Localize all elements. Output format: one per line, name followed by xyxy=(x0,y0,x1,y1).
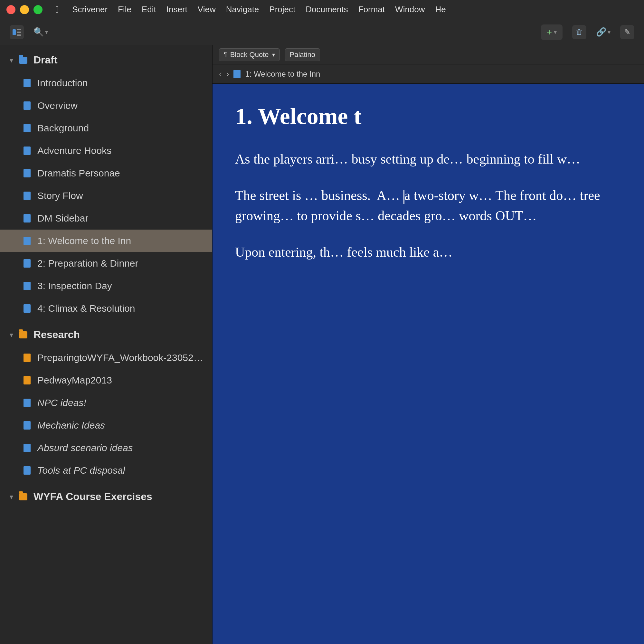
style-dropdown[interactable]: ¶ Block Quote ▾ xyxy=(219,48,280,61)
draft-folder-icon xyxy=(19,56,28,65)
climax-resolution-label: 4: Climax & Resolution xyxy=(37,303,204,314)
svg-rect-1 xyxy=(17,29,21,30)
story-flow-label: Story Flow xyxy=(37,190,204,201)
link-button[interactable]: 🔗 ▾ xyxy=(596,27,611,37)
adventure-hooks-label: Adventure Hooks xyxy=(37,145,204,156)
sidebar-item-npc-ideas[interactable]: NPC ideas! xyxy=(0,392,212,414)
dm-sidebar-doc-icon xyxy=(23,214,32,223)
close-button[interactable] xyxy=(6,5,15,14)
sidebar-item-tools-disposal[interactable]: Tools at PC disposal xyxy=(0,459,212,482)
sidebar: ▾ Draft Introduction Overview Background… xyxy=(0,45,213,644)
document-title: 1. Welcome t xyxy=(235,103,621,130)
absurd-scenario-label: Absurd scenario ideas xyxy=(37,442,204,453)
document-paragraph-3: Upon entering, th… feels much like a… xyxy=(235,242,621,262)
traffic-lights xyxy=(6,5,43,14)
welcome-inn-doc-icon xyxy=(23,236,32,245)
sidebar-item-story-flow[interactable]: Story Flow xyxy=(0,185,212,207)
absurd-scenario-doc-icon xyxy=(23,443,32,452)
dramatis-personae-doc-icon xyxy=(23,169,32,178)
wyfa-folder-icon xyxy=(19,492,28,501)
main-layout: ▾ Draft Introduction Overview Background… xyxy=(0,45,644,644)
style-chevron-icon: ▾ xyxy=(272,51,275,58)
sidebar-item-pedway-map[interactable]: PedwayMap2013 xyxy=(0,369,212,392)
inspection-day-label: 3: Inspection Day xyxy=(37,280,204,291)
sidebar-item-dm-sidebar[interactable]: DM Sidebar xyxy=(0,207,212,230)
sidebar-draft-header[interactable]: ▾ Draft xyxy=(0,48,212,72)
search-button[interactable]: 🔍 ▾ xyxy=(33,27,48,37)
pedway-map-label: PedwayMap2013 xyxy=(37,375,204,386)
toolbar: 🔍 ▾ + ▾ 🗑 🔗 ▾ ✎ xyxy=(0,19,644,45)
font-dropdown[interactable]: Palatino xyxy=(285,48,320,61)
menu-scrivener[interactable]: Scrivener xyxy=(72,5,108,14)
npc-ideas-doc-icon xyxy=(23,398,32,407)
menu-format[interactable]: Format xyxy=(358,5,385,14)
fullscreen-button[interactable] xyxy=(33,5,43,14)
sidebar-item-mechanic-ideas[interactable]: Mechanic Ideas xyxy=(0,414,212,437)
edit-icon: ✎ xyxy=(624,28,630,37)
sidebar-item-welcome-inn[interactable]: 1: Welcome to the Inn xyxy=(0,230,212,252)
nav-doc-title: 1: Welcome to the Inn xyxy=(245,70,320,79)
sidebar-item-introduction[interactable]: Introduction xyxy=(0,72,212,94)
delete-button[interactable]: 🗑 xyxy=(572,25,586,39)
background-label: Background xyxy=(37,123,204,134)
wyfa-chevron-icon: ▾ xyxy=(10,493,13,501)
add-button[interactable]: + ▾ xyxy=(541,24,563,40)
introduction-label: Introduction xyxy=(37,78,204,89)
document-paragraph-2: The street is … business. A… a two-story… xyxy=(235,185,621,226)
sidebar-research-header[interactable]: ▾ Research xyxy=(0,323,212,346)
minimize-button[interactable] xyxy=(20,5,29,14)
menu-file[interactable]: File xyxy=(118,5,131,14)
menu-insert[interactable]: Insert xyxy=(166,5,187,14)
menu-view[interactable]: View xyxy=(198,5,216,14)
draft-chevron-icon: ▾ xyxy=(10,56,13,64)
sidebar-item-background[interactable]: Background xyxy=(0,117,212,139)
search-icon: 🔍 xyxy=(33,27,44,37)
sidebar-item-absurd-scenario[interactable]: Absurd scenario ideas xyxy=(0,437,212,459)
trash-icon: 🗑 xyxy=(576,28,583,36)
menu-edit[interactable]: Edit xyxy=(142,5,156,14)
format-bar: ¶ Block Quote ▾ Palatino xyxy=(213,45,644,64)
document-paragraph-1: As the players arri… busy setting up de…… xyxy=(235,149,621,169)
add-chevron: ▾ xyxy=(554,29,557,36)
sidebar-item-preparing-wyfa[interactable]: PreparingtoWYFA_Workbook-23052… xyxy=(0,346,212,369)
pedway-map-doc-icon xyxy=(23,376,32,385)
mechanic-ideas-label: Mechanic Ideas xyxy=(37,420,204,431)
sidebar-item-adventure-hooks[interactable]: Adventure Hooks xyxy=(0,139,212,162)
menu-project[interactable]: Project xyxy=(269,5,295,14)
welcome-inn-label: 1: Welcome to the Inn xyxy=(37,235,204,246)
back-arrow-button[interactable]: ‹ xyxy=(219,69,222,79)
preparation-dinner-label: 2: Preparation & Dinner xyxy=(37,258,204,269)
binder-toggle-button[interactable] xyxy=(10,25,24,39)
document-content[interactable]: 1. Welcome t As the players arri… busy s… xyxy=(213,84,644,644)
adventure-hooks-doc-icon xyxy=(23,146,32,155)
menu-window[interactable]: Window xyxy=(395,5,425,14)
edit-button[interactable]: ✎ xyxy=(620,25,634,39)
research-label: Research xyxy=(33,329,204,341)
apple-menu[interactable]:  xyxy=(55,5,59,15)
overview-doc-icon xyxy=(23,101,32,110)
sidebar-item-preparation-dinner[interactable]: 2: Preparation & Dinner xyxy=(0,252,212,275)
wyfa-label: WYFA Course Exercises xyxy=(33,491,204,503)
dm-sidebar-label: DM Sidebar xyxy=(37,213,204,224)
story-flow-doc-icon xyxy=(23,191,32,200)
menu-bar:  Scrivener File Edit Insert View Naviga… xyxy=(55,5,446,15)
menu-navigate[interactable]: Navigate xyxy=(226,5,259,14)
research-folder-icon xyxy=(19,330,28,339)
background-doc-icon xyxy=(23,124,32,133)
overview-label: Overview xyxy=(37,100,204,111)
sidebar-item-climax-resolution[interactable]: 4: Climax & Resolution xyxy=(0,297,212,320)
sidebar-wyfa-header[interactable]: ▾ WYFA Course Exercises xyxy=(0,485,212,508)
svg-rect-2 xyxy=(17,32,21,33)
sidebar-item-inspection-day[interactable]: 3: Inspection Day xyxy=(0,275,212,297)
research-chevron-icon: ▾ xyxy=(10,331,13,339)
text-cursor xyxy=(403,190,404,204)
link-chevron: ▾ xyxy=(608,29,611,36)
style-dropdown-label: Block Quote xyxy=(230,51,269,59)
plus-icon: + xyxy=(547,27,552,37)
sidebar-item-overview[interactable]: Overview xyxy=(0,94,212,117)
menu-documents[interactable]: Documents xyxy=(306,5,348,14)
forward-arrow-button[interactable]: › xyxy=(226,69,229,79)
menu-help[interactable]: He xyxy=(435,5,446,14)
content-area: ¶ Block Quote ▾ Palatino ‹ › 1: Welcome … xyxy=(213,45,644,644)
sidebar-item-dramatis-personae[interactable]: Dramatis Personae xyxy=(0,162,212,185)
